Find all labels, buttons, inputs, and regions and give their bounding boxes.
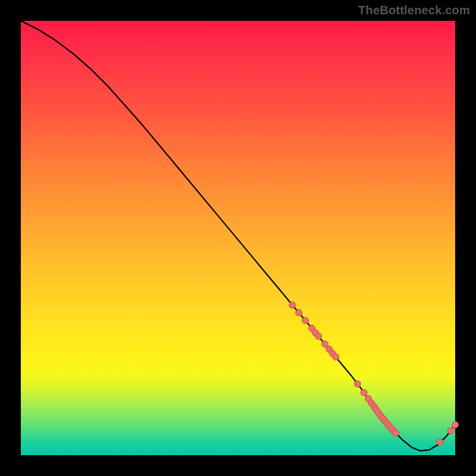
data-point (437, 439, 443, 446)
data-point (354, 381, 361, 387)
watermark-text: TheBottleneck.com (358, 4, 470, 17)
data-point (322, 341, 328, 347)
bottleneck-curve (21, 21, 455, 451)
data-point (393, 430, 399, 436)
data-point (452, 421, 459, 428)
chart-overlay (21, 21, 455, 455)
data-point (361, 389, 367, 396)
data-point (447, 428, 454, 434)
data-point (333, 354, 339, 361)
data-point (289, 302, 296, 308)
data-points (289, 302, 459, 446)
chart-stage: TheBottleneck.com (0, 0, 476, 476)
data-point (302, 317, 309, 324)
data-point (315, 333, 322, 340)
data-point (296, 309, 302, 316)
